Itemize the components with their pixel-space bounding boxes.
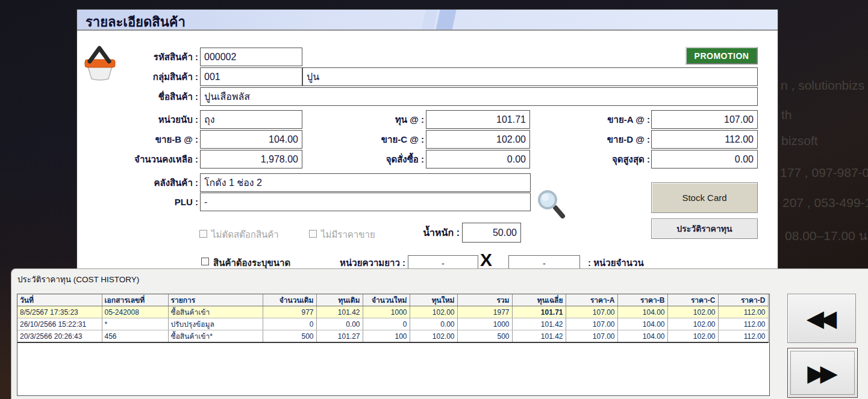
table-cell: 456 <box>102 330 168 343</box>
watermark-line: th <box>781 108 792 122</box>
table-cell: 101.42 <box>512 318 566 330</box>
no-sale-price-label: ไม่มีราคาขาย <box>321 227 375 242</box>
watermark-line: n , solutionbizs <box>781 78 864 93</box>
table-cell: 102.00 <box>410 306 457 318</box>
price-c-field[interactable]: 102.00 <box>426 130 530 149</box>
price-b-field[interactable]: 104.00 <box>200 130 302 149</box>
column-header: ทุนใหม่ <box>410 294 457 306</box>
column-header: ทุนเดิม <box>316 294 363 306</box>
table-cell: 500 <box>457 330 512 343</box>
weight-label: น้ำหนัก : <box>392 223 460 243</box>
cost-history-panel: ประวัติราคาทุน (COST HISTORY) วันที่เอกส… <box>11 268 868 399</box>
table-cell: 0 <box>263 318 316 330</box>
no-stock-cut-label: ไม่ตัดสต๊อกสินค้า <box>211 227 279 242</box>
remaining-qty-label: จำนวนคงเหลือ : <box>102 150 198 169</box>
warehouse-field[interactable]: โกดัง 1 ช่อง 2 <box>200 173 531 192</box>
dialog-titlebar: รายละเอียดสินค้า <box>77 10 778 31</box>
table-cell: 101.71 <box>512 306 566 318</box>
column-header: วันที่ <box>17 294 102 306</box>
table-cell: 112.00 <box>718 330 768 343</box>
table-cell: 26/10/2566 15:22:31 <box>17 318 102 330</box>
column-header: ราคา-B <box>617 294 667 306</box>
price-a-field[interactable]: 107.00 <box>651 110 758 129</box>
table-cell: 05-242008 <box>102 306 168 318</box>
magnifier-icon[interactable] <box>534 186 567 220</box>
table-cell: 1977 <box>457 306 512 318</box>
column-header: รวม <box>457 294 512 306</box>
plu-label: PLU : <box>108 193 198 211</box>
fast-forward-icon: ▶▶ <box>807 362 837 385</box>
table-cell: 107.00 <box>566 330 617 343</box>
no-stock-cut-checkbox[interactable] <box>199 230 207 238</box>
cost-label: ทุน @ : <box>329 110 424 129</box>
product-name-label: ชื่อสินค้า : <box>108 87 198 106</box>
table-cell: 0.00 <box>410 318 457 330</box>
max-point-label: จุดสูงสุด : <box>555 150 650 169</box>
table-cell: 1000 <box>457 318 512 330</box>
table-cell: ซื้อสินค้าเข้า <box>168 306 263 318</box>
table-cell: 101.42 <box>512 330 566 343</box>
cost-history-table-wrap: วันที่เอกสารเลขที่รายการจำนวนเดิมทุนเดิม… <box>17 294 770 396</box>
price-b-label: ขาย-B @ : <box>108 130 198 149</box>
product-group-label: กลุ่มสินค้า : <box>108 67 198 86</box>
promotion-button[interactable]: PROMOTION <box>685 47 758 64</box>
table-cell: 104.00 <box>617 330 667 343</box>
max-point-field[interactable]: 0.00 <box>651 150 758 169</box>
price-a-label: ขาย-A @ : <box>555 110 650 129</box>
table-cell: 102.00 <box>667 318 718 330</box>
table-cell: 100 <box>363 330 410 343</box>
watermark-line: 08.00–17.00 น. ห <box>785 226 868 246</box>
cost-history-button[interactable]: ประวัติราคาทุน <box>651 218 758 239</box>
plu-field[interactable]: - <box>200 193 531 211</box>
price-c-label: ขาย-C @ : <box>329 130 424 149</box>
watermark-line: bizsoft <box>781 134 818 148</box>
table-cell: 104.00 <box>617 318 667 330</box>
table-cell: 977 <box>263 306 316 318</box>
rewind-icon: ◀◀ <box>807 307 837 330</box>
product-name-field[interactable]: ปูนเสือพลัส <box>200 87 758 106</box>
app-background: n , solutionbizs th bizsoft 177 , 097-98… <box>0 0 868 399</box>
table-cell: 500 <box>263 330 316 343</box>
cost-field[interactable]: 101.71 <box>426 110 530 129</box>
reorder-point-label: จุดสั่งซื้อ : <box>329 150 424 169</box>
cost-history-table: วันที่เอกสารเลขที่รายการจำนวนเดิมทุนเดิม… <box>17 294 769 343</box>
column-header: ราคา-C <box>667 294 718 306</box>
stock-card-button[interactable]: Stock Card <box>651 182 758 213</box>
table-cell: 102.00 <box>667 306 718 318</box>
product-code-field[interactable]: 000002 <box>200 48 302 66</box>
product-group-code-field[interactable]: 001 <box>200 67 302 86</box>
table-cell: ปรับปรุงข้อมูล <box>168 318 263 330</box>
column-header: ราคา-A <box>566 294 617 306</box>
previous-record-button[interactable]: ◀◀ <box>787 294 856 343</box>
table-cell: 101.42 <box>316 306 363 318</box>
table-cell: 107.00 <box>566 306 617 318</box>
table-row[interactable]: 20/3/2566 20:26:43456ซื้อสินค้าเข้า*5001… <box>17 330 768 343</box>
watermark-line: 207 , 053-499-15 <box>782 196 868 210</box>
table-row[interactable]: 26/10/2566 15:22:31*ปรับปรุงข้อมูล00.000… <box>17 318 768 330</box>
unit-label: หน่วยนับ : <box>108 110 198 129</box>
size-required-checkbox[interactable] <box>201 258 209 265</box>
multiply-icon: X <box>480 250 492 270</box>
remaining-qty-field[interactable]: 1,978.00 <box>200 150 302 169</box>
next-record-button[interactable]: ▶▶ <box>787 348 858 398</box>
table-cell: ซื้อสินค้าเข้า* <box>168 330 263 343</box>
table-cell: 104.00 <box>617 306 667 318</box>
watermark-line: 177 , 097-987-08 <box>780 165 868 180</box>
table-cell: 20/3/2566 20:26:43 <box>17 330 102 343</box>
table-cell: 0.00 <box>316 318 363 330</box>
no-sale-price-checkbox[interactable] <box>309 230 317 238</box>
column-header: ราคา-D <box>718 294 768 306</box>
product-group-name-field[interactable]: ปูน <box>302 67 758 86</box>
column-header: จำนวนเดิม <box>263 294 316 306</box>
unit-field[interactable]: ถุง <box>200 110 302 129</box>
titlebar-streak <box>435 10 457 31</box>
table-cell: 0 <box>363 318 410 330</box>
table-cell: * <box>102 318 168 330</box>
column-header: ทุนเฉลี่ย <box>512 294 566 306</box>
price-d-field[interactable]: 112.00 <box>651 130 758 149</box>
table-cell: 102.00 <box>410 330 457 343</box>
table-row[interactable]: 8/5/2567 17:35:2305-242008ซื้อสินค้าเข้า… <box>17 306 768 318</box>
table-cell: 8/5/2567 17:35:23 <box>17 306 102 318</box>
weight-field[interactable]: 50.00 <box>462 223 521 243</box>
reorder-point-field[interactable]: 0.00 <box>426 150 530 169</box>
